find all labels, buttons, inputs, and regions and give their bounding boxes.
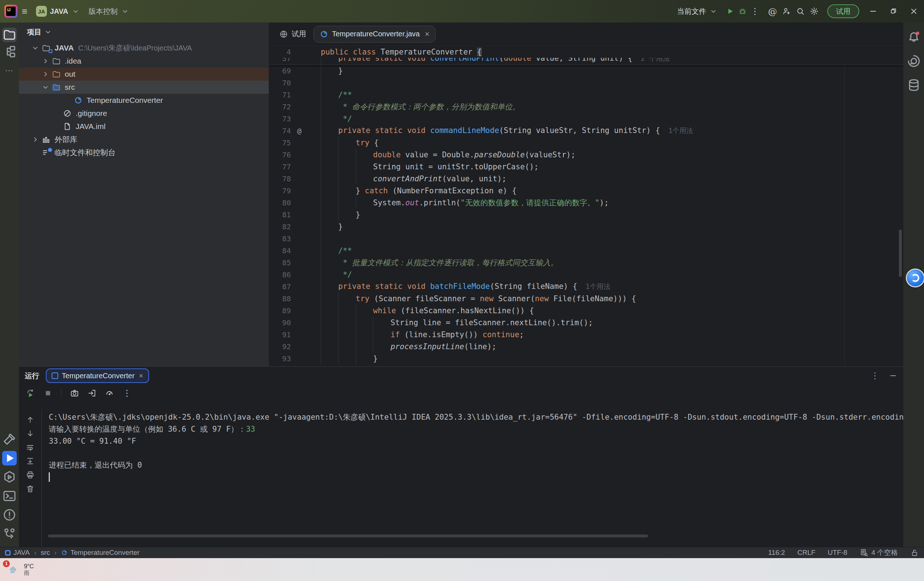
line-number[interactable]: 90 (269, 318, 291, 327)
tab-temperatureconverter[interactable]: TemperatureConverter.java × (314, 26, 436, 43)
line-number[interactable]: 82 (269, 222, 291, 231)
settings-icon[interactable] (810, 7, 818, 16)
code-line[interactable]: 84/** (269, 245, 903, 257)
line-number[interactable]: 81 (269, 211, 291, 219)
code-line[interactable]: 69} (269, 65, 903, 77)
breadcrumb[interactable]: JAVA›src›TemperatureConverter (5, 549, 140, 557)
run-import-icon[interactable] (87, 389, 96, 398)
tool-structure-icon[interactable] (2, 44, 17, 59)
console-up-icon[interactable] (26, 415, 35, 424)
code-line[interactable]: 87private static void batchFileMode(Stri… (269, 280, 903, 293)
tree-item-java[interactable]: JAVAC:\Users\朱彦硕\IdeaProjects\JAVA (19, 41, 269, 54)
code-line[interactable]: 77String unit = unitStr.toUpperCase(); (269, 161, 903, 173)
tool-terminal-icon[interactable] (2, 489, 17, 503)
tool-more-icon[interactable]: … (2, 61, 17, 76)
line-number[interactable]: 92 (269, 342, 291, 351)
line-number[interactable]: 89 (269, 306, 291, 315)
vcs-widget[interactable]: 版本控制 (84, 3, 134, 19)
tree-item-java.iml[interactable]: JAVA.iml (19, 120, 269, 133)
line-number[interactable]: 78 (269, 174, 291, 183)
code-line[interactable]: 74@private static void commandLineMode(S… (269, 125, 903, 137)
close-run-tab-icon[interactable]: × (139, 372, 143, 380)
code-line[interactable]: 92processInputLine(line); (269, 341, 903, 352)
tool-database-icon[interactable] (907, 78, 921, 92)
line-number[interactable]: 72 (269, 102, 291, 111)
breadcrumb-item-temperatureconverter[interactable]: TemperatureConverter (61, 549, 140, 557)
project-panel-header[interactable]: 项目 (19, 23, 269, 41)
code-line[interactable]: 85 * 批量文件模式：从指定文件逐行读取，每行格式同交互输入。 (269, 257, 903, 268)
line-number[interactable]: 57 (269, 58, 291, 63)
line-number[interactable]: 84 (269, 246, 291, 255)
console-down-icon[interactable] (26, 429, 35, 438)
line-separator[interactable]: CRLF (797, 549, 816, 557)
tree-item-temperatureconverter[interactable]: TemperatureConverter (19, 94, 269, 107)
code-line[interactable]: 89while (fileScanner.hasNextLine()) { (269, 304, 903, 316)
code-line[interactable]: 72 * 命令行参数模式：两个参数，分别为数值和单位。 (269, 100, 903, 113)
indent-widget[interactable]: 4 个空格 (860, 548, 898, 557)
tree-item----[interactable]: 外部库 (19, 133, 269, 146)
tool-version-control-icon[interactable] (2, 527, 17, 541)
code-line[interactable]: 83 (269, 232, 903, 245)
code-line[interactable]: 70 (269, 77, 903, 89)
chevron-right-icon[interactable] (40, 57, 51, 66)
chevron-down-icon[interactable] (30, 44, 41, 52)
code-line[interactable]: 80System.out.println("无效的数值参数，请提供正确的数字。"… (269, 197, 903, 209)
line-number[interactable]: 79 (269, 186, 291, 195)
line-number[interactable]: 91 (269, 330, 291, 339)
file-encoding[interactable]: UTF-8 (828, 549, 847, 557)
tree-item-.idea[interactable]: .idea (19, 54, 269, 67)
console-softwrap-icon[interactable] (26, 443, 35, 452)
line-number[interactable]: 74 (269, 127, 291, 135)
restore-window-button[interactable] (883, 0, 904, 23)
line-number[interactable]: 70 (269, 79, 291, 87)
caret-position[interactable]: 116:2 (768, 549, 785, 557)
line-number[interactable]: 87 (269, 282, 291, 291)
floating-assistant-button[interactable] (907, 270, 924, 286)
run-tab[interactable]: TemperatureConverter × (46, 369, 149, 383)
editor-area[interactable]: 试用 TemperatureConverter.java × ⚠ 2 4publ… (269, 23, 903, 366)
chevron-right-icon[interactable] (40, 70, 51, 79)
minimize-window-button[interactable] (863, 0, 883, 23)
console-output[interactable]: C:\Users\朱彦硕\.jdks\openjdk-25.0.2\bin\ja… (42, 403, 903, 547)
chevron-down-icon[interactable] (40, 83, 51, 92)
kebab-icon[interactable]: ⋮ (751, 6, 759, 16)
tree-item-src[interactable]: src (19, 81, 269, 94)
tool-project-folder-icon[interactable] (2, 28, 17, 42)
trial-button[interactable]: 试用 (827, 4, 859, 18)
code-line[interactable]: 79} catch (NumberFormatException e) { (269, 184, 903, 197)
chevron-right-icon[interactable] (30, 135, 41, 144)
line-number[interactable]: 69 (269, 66, 291, 75)
tool-problems-icon[interactable] (2, 508, 17, 522)
line-number[interactable]: 83 (269, 234, 291, 243)
add-user-icon[interactable] (782, 7, 791, 16)
run-rerun-icon[interactable] (26, 389, 35, 398)
close-window-button[interactable] (904, 0, 924, 23)
tool-run-icon[interactable] (2, 451, 17, 466)
run-kebab-icon[interactable]: ⋮ (122, 388, 131, 398)
code-line[interactable]: 73 */ (269, 113, 903, 125)
code-line[interactable]: 81} (269, 209, 903, 221)
run-camera-icon[interactable] (70, 389, 79, 398)
run-stop-icon[interactable] (44, 389, 52, 398)
tool-build-hammer-icon[interactable] (2, 432, 17, 446)
ai-at-icon[interactable]: @ (768, 6, 777, 17)
code-line[interactable]: 71/** (269, 89, 903, 100)
tree-item-out[interactable]: out (19, 67, 269, 81)
code-line[interactable]: 4public class TemperatureConverter { (269, 46, 903, 58)
line-number[interactable]: 77 (269, 163, 291, 171)
editor-vertical-scrollbar[interactable] (899, 230, 902, 277)
line-number[interactable]: 93 (269, 354, 291, 363)
tool-services-icon[interactable] (2, 470, 17, 484)
breadcrumb-item-src[interactable]: src (41, 549, 50, 557)
code-area[interactable]: 69}7071/**72 * 命令行参数模式：两个参数，分别为数值和单位。73 … (269, 65, 903, 364)
run-panel-options-icon[interactable]: ⋮ (871, 370, 879, 381)
tool-notifications-icon[interactable] (907, 30, 921, 44)
line-number[interactable]: 73 (269, 114, 291, 123)
hide-run-panel-icon[interactable] (889, 370, 898, 381)
tree-item-.gitignore[interactable]: .gitignore (19, 107, 269, 120)
code-line[interactable]: 93} (269, 352, 903, 364)
tab-trial[interactable]: 试用 (276, 29, 310, 39)
line-number[interactable]: 4 (269, 48, 291, 56)
search-icon[interactable] (796, 7, 805, 16)
close-tab-icon[interactable]: × (425, 30, 429, 39)
